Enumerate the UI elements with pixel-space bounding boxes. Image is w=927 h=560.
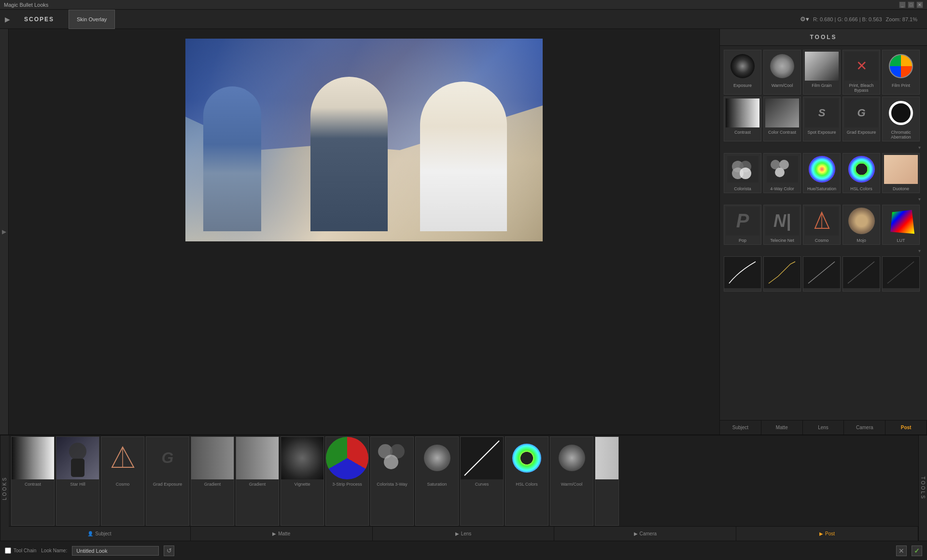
spot-exposure-label: Spot Exposure [803, 128, 840, 136]
left-panel-arrow[interactable]: ▶ [0, 29, 9, 434]
tool-telecine[interactable]: N| Telecine Net [763, 205, 801, 245]
tools-panel: TOOLS Exposure Warm/Cool [719, 29, 927, 434]
look-item-gradient1[interactable]: ⊗ Gradient [191, 436, 234, 526]
tool-lut[interactable]: LUT [882, 205, 920, 245]
tool-pop[interactable]: P Pop [724, 205, 761, 245]
tool-grad-exposure[interactable]: G Grad Exposure [843, 97, 880, 141]
hue-saturation-label: Hue/Saturation [803, 185, 840, 193]
tool-curve-1[interactable] [724, 256, 761, 292]
matte-cat-icon: ▶ [272, 531, 276, 536]
tab-camera[interactable]: Camera [844, 420, 885, 434]
looks-cat-camera[interactable]: ▶ Camera [554, 527, 736, 541]
lut-icon [890, 210, 914, 234]
look-item-gradient2[interactable]: ⊗ Gradient [236, 436, 279, 526]
nav-arrow[interactable]: ▶ [0, 10, 14, 29]
print-bleach-preview: ✕ [843, 50, 880, 82]
close-button[interactable]: ✕ [916, 1, 923, 8]
look-preview-warmcool [550, 437, 593, 479]
scopes-button[interactable]: SCOPES [14, 10, 64, 29]
bottom-section: LOOKS Contrast ⊗ [0, 434, 927, 541]
look-item-saturation[interactable]: Saturation [415, 436, 459, 526]
tool-curve-5[interactable] [882, 256, 920, 292]
look-item-contrast[interactable]: Contrast [11, 436, 55, 526]
tool-curve-4[interactable] [843, 256, 880, 292]
tab-lens[interactable]: Lens [803, 420, 844, 434]
lut-preview [883, 205, 919, 237]
curve-3-label [803, 288, 840, 291]
tool-curve-3[interactable] [803, 256, 841, 292]
tools-row-4: P Pop N| Telecine Net [724, 205, 923, 245]
tool-4way[interactable]: 4-Way Color [763, 153, 801, 193]
skin-overlay-button[interactable]: Skin Overlay [69, 10, 115, 29]
section-arrow-1[interactable]: ▾ [724, 143, 923, 151]
look-preview-contrast [12, 437, 54, 479]
hsl-colors-preview [843, 154, 880, 185]
telecine-icon: N| [765, 207, 799, 236]
tab-post[interactable]: Post [885, 420, 927, 434]
tools-header: TOOLS [720, 29, 927, 46]
tool-duotone[interactable]: Duotone [882, 153, 920, 193]
zoom-level: Zoom: 87.1% [886, 16, 917, 22]
tool-warm-cool[interactable]: Warm/Cool [763, 50, 801, 95]
look-item-warmcool[interactable]: Warm/Cool [550, 436, 593, 526]
reset-button[interactable]: ↺ [164, 546, 174, 556]
tool-spot-exposure[interactable]: S Spot Exposure [803, 97, 841, 141]
tools-row-1: Exposure Warm/Cool Film Grain [724, 50, 923, 95]
looks-cat-post[interactable]: ▶ Post [736, 527, 918, 541]
tool-contrast[interactable]: Contrast [724, 97, 761, 141]
looks-cat-lens[interactable]: ▶ Lens [373, 527, 555, 541]
tool-curve-2[interactable] [763, 256, 801, 292]
look-item-grad-exposure[interactable]: ⊗ G Grad Exposure [146, 436, 189, 526]
look-item-3strip[interactable]: 3-Strip Process [325, 436, 369, 526]
tool-cosmo[interactable]: Cosmo [803, 205, 841, 245]
tool-hue-saturation[interactable]: Hue/Saturation [803, 153, 841, 193]
settings-icon[interactable]: ⚙▾ [800, 15, 809, 23]
tool-film-print[interactable]: Film Print [882, 50, 920, 95]
toolchain-check[interactable]: Tool Chain [5, 547, 36, 554]
look-thumb-star-hill [56, 437, 99, 479]
look-item-cosmo[interactable]: ⊗ Cosmo [101, 436, 144, 526]
look-item-colorista3way[interactable]: Colorista 3-Way [370, 436, 414, 526]
post-cat-label: Post [825, 531, 835, 536]
look-item-star-hill[interactable]: ⊗ Star Hill [56, 436, 99, 526]
look-name-input[interactable] [72, 546, 159, 556]
cancel-button[interactable]: ✕ [896, 546, 907, 556]
section-arrow-3[interactable]: ▾ [724, 247, 923, 254]
tool-print-bleach[interactable]: ✕ Print, Bleach Bypass [843, 50, 880, 95]
look-label-gradient1: Gradient [203, 481, 222, 488]
telecine-label: Telecine Net [764, 237, 801, 244]
maximize-button[interactable]: □ [908, 1, 914, 8]
confirm-button[interactable]: ✓ [912, 546, 922, 556]
tool-hsl-colors[interactable]: HSL Colors [843, 153, 880, 193]
tool-exposure[interactable]: Exposure [724, 50, 761, 95]
look-label-3strip: 3-Strip Process [331, 481, 363, 488]
look-item-partial[interactable] [595, 436, 619, 526]
telecine-n-icon: N| [773, 211, 791, 231]
look-item-hslcolors[interactable]: HSL Colors [505, 436, 548, 526]
tool-chromatic[interactable]: Chromatic Aberration [882, 97, 920, 141]
grad-exposure-label: Grad Exposure [843, 128, 880, 136]
warm-cool-preview [764, 50, 801, 82]
minimize-button[interactable]: _ [899, 1, 906, 8]
looks-cat-subject[interactable]: 👤 Subject [9, 527, 191, 541]
curve-5-svg [883, 257, 919, 288]
look-item-vignette[interactable]: ⊗ Vignette [281, 436, 324, 526]
tool-film-grain[interactable]: Film Grain [803, 50, 841, 95]
pop-preview: P [724, 205, 761, 237]
tool-mojo[interactable]: Mojo [843, 205, 880, 245]
bottombar: Tool Chain Look Name: ↺ ✕ ✓ [0, 541, 927, 560]
tool-color-contrast[interactable]: Color Contrast [763, 97, 801, 141]
person-right [420, 82, 507, 231]
person-left [203, 86, 261, 231]
mojo-label: Mojo [843, 237, 880, 244]
tool-colorista[interactable]: Colorista [724, 153, 761, 193]
section-arrow-2[interactable]: ▾ [724, 195, 923, 203]
looks-cat-matte[interactable]: ▶ Matte [191, 527, 373, 541]
print-bleach-icon: ✕ [844, 52, 878, 81]
look-preview-star-hill [56, 437, 99, 479]
tab-subject[interactable]: Subject [720, 420, 761, 434]
look-label-warmcool: Warm/Cool [560, 481, 584, 488]
tab-matte[interactable]: Matte [761, 420, 803, 434]
toolchain-checkbox[interactable] [5, 547, 11, 554]
look-item-curves[interactable]: Curves [460, 436, 504, 526]
